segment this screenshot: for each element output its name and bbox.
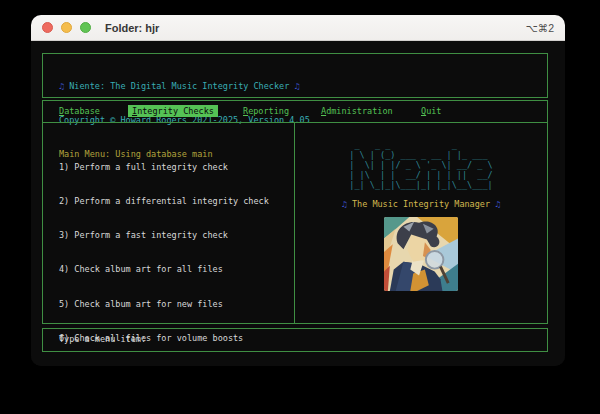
- music-note-icon: ♫: [495, 199, 500, 209]
- window-shortcut-badge: ⌥⌘2: [526, 22, 554, 34]
- command-input-line[interactable]: Type a menu item:: [42, 328, 548, 352]
- menu-tab-integrity-checks[interactable]: Integrity Checks: [128, 105, 218, 117]
- menu-options-pane: 1) Perform a full integrity check 2) Per…: [43, 123, 294, 323]
- beethoven-magnifier-image: [384, 217, 458, 291]
- app-header-panel: ♫ Niente: The Digital Music Integrity Ch…: [42, 53, 548, 98]
- menu-tab-database[interactable]: Database: [59, 106, 100, 116]
- zoom-button[interactable]: [80, 22, 91, 33]
- menu-tab-quit[interactable]: Quit: [421, 106, 441, 116]
- menu-option-2[interactable]: 2) Perform a differential integrity chec…: [59, 196, 294, 207]
- menu-bar: Database Integrity Checks Reporting Admi…: [42, 100, 548, 123]
- terminal-window: Folder: hjr ⌥⌘2 ♫ Niente: The Digital Mu…: [31, 15, 565, 366]
- music-note-icon: ♫: [59, 81, 64, 91]
- minimize-button[interactable]: [61, 22, 72, 33]
- menu-tab-reporting[interactable]: Reporting: [243, 106, 289, 116]
- window-title: Folder: hjr: [105, 22, 159, 34]
- menu-option-4[interactable]: 4) Check album art for all files: [59, 264, 294, 275]
- tagline-text: The Music Integrity Manager: [347, 199, 495, 209]
- menu-option-1[interactable]: 1) Perform a full integrity check: [59, 162, 294, 173]
- menu-option-3[interactable]: 3) Perform a fast integrity check: [59, 230, 294, 241]
- music-note-icon: ♫: [294, 81, 299, 91]
- app-title: Niente: The Digital Music Integrity Chec…: [69, 81, 289, 91]
- app-title-line: ♫ Niente: The Digital Music Integrity Ch…: [59, 81, 547, 92]
- window-titlebar[interactable]: Folder: hjr ⌥⌘2: [31, 15, 565, 41]
- tagline-line: ♫ The Music Integrity Manager ♫: [342, 199, 501, 209]
- traffic-lights: [42, 22, 91, 33]
- close-button[interactable]: [42, 22, 53, 33]
- main-panel: 1) Perform a full integrity check 2) Per…: [42, 122, 548, 324]
- niente-ascii-logo: _ _ _ _ | \ | (_) ___ _ __ | |_ ___ | \|…: [349, 140, 492, 190]
- logo-pane: _ _ _ _ | \ | (_) ___ _ __ | |_ ___ | \|…: [294, 123, 547, 323]
- menu-tab-administration[interactable]: Administration: [321, 106, 393, 116]
- menu-option-5[interactable]: 5) Check album art for new files: [59, 299, 294, 310]
- terminal-screen[interactable]: ♫ Niente: The Digital Music Integrity Ch…: [31, 42, 565, 366]
